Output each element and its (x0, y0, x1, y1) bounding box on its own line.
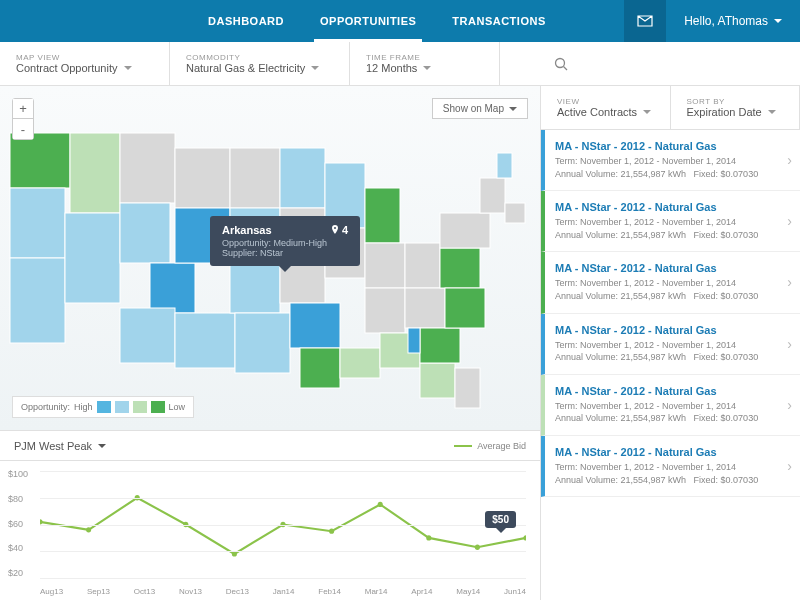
contract-card[interactable]: MA - NStar - 2012 - Natural Gas Term: No… (541, 191, 800, 252)
svg-rect-18 (280, 148, 325, 208)
contract-card[interactable]: MA - NStar - 2012 - Natural Gas Term: No… (541, 314, 800, 375)
svg-rect-16 (230, 263, 280, 313)
zoom-controls: + - (12, 98, 34, 140)
chart-plot (40, 471, 526, 578)
show-on-map-select[interactable]: Show on Map (432, 98, 528, 119)
svg-rect-25 (340, 348, 380, 378)
legend-swatch (115, 401, 129, 413)
contract-term: Term: November 1, 2012 - November 1, 201… (555, 277, 776, 290)
nav-transactions[interactable]: TRANSACTIONS (434, 0, 563, 42)
chevron-right-icon: › (787, 336, 792, 352)
contract-card[interactable]: MA - NStar - 2012 - Natural Gas Term: No… (541, 252, 800, 313)
timeframe-label: TIME FRAME (366, 53, 483, 62)
x-axis: Aug13Sep13Oct13Nov13Dec13Jan14Feb14Mar14… (40, 587, 526, 596)
nav-dashboard[interactable]: DASHBOARD (190, 0, 302, 42)
svg-rect-17 (235, 313, 290, 373)
y-axis: $100$80$60$40$20 (8, 469, 28, 578)
commodity-select[interactable]: Natural Gas & Electricity (186, 62, 333, 74)
map-view-select[interactable]: Contract Opportunity (16, 62, 153, 74)
contract-title: MA - NStar - 2012 - Natural Gas (555, 140, 776, 152)
svg-rect-3 (10, 188, 65, 258)
sort-select[interactable]: Expiration Date (687, 106, 784, 118)
svg-rect-32 (420, 363, 455, 398)
view-label: VIEW (557, 97, 654, 106)
svg-line-1 (564, 66, 568, 70)
chevron-down-icon (509, 107, 517, 111)
view-select[interactable]: Active Contracts (557, 106, 654, 118)
svg-rect-38 (480, 178, 505, 213)
chevron-right-icon: › (787, 213, 792, 229)
user-menu[interactable]: Hello, AThomas (666, 14, 800, 28)
legend-swatch (133, 401, 147, 413)
svg-point-0 (556, 58, 565, 67)
svg-point-52 (523, 535, 526, 540)
chart-header: PJM West Peak Average Bid (0, 430, 540, 460)
svg-rect-30 (405, 243, 440, 288)
commodity-label: COMMODITY (186, 53, 333, 62)
svg-rect-37 (440, 213, 490, 248)
map-legend: Opportunity: High Low (12, 396, 194, 418)
zoom-out-button[interactable]: - (13, 119, 33, 139)
timeframe-select[interactable]: 12 Months (366, 62, 483, 74)
contract-title: MA - NStar - 2012 - Natural Gas (555, 446, 776, 458)
contract-volume: Annual Volume: 21,554,987 kWh Fixed: $0.… (555, 229, 776, 242)
legend-swatch (151, 401, 165, 413)
svg-point-43 (86, 527, 91, 532)
svg-rect-10 (120, 308, 175, 363)
contract-title: MA - NStar - 2012 - Natural Gas (555, 201, 776, 213)
filter-bar: MAP VIEW Contract Opportunity COMMODITY … (0, 42, 800, 86)
contract-card[interactable]: MA - NStar - 2012 - Natural Gas Term: No… (541, 130, 800, 191)
contract-card[interactable]: MA - NStar - 2012 - Natural Gas Term: No… (541, 375, 800, 436)
search-icon (554, 57, 568, 71)
contract-volume: Annual Volume: 21,554,987 kWh Fixed: $0.… (555, 474, 776, 487)
mail-icon (637, 15, 653, 27)
svg-rect-27 (365, 243, 405, 288)
tooltip-opportunity: Opportunity: Medium-High (222, 238, 348, 248)
contract-volume: Annual Volume: 21,554,987 kWh Fixed: $0.… (555, 351, 776, 364)
svg-rect-9 (150, 263, 195, 313)
svg-rect-8 (120, 203, 170, 263)
svg-rect-7 (120, 133, 175, 203)
svg-rect-26 (365, 188, 400, 243)
tooltip-count: 4 (342, 224, 348, 236)
chart-point-tooltip: $50 (485, 511, 516, 528)
chart-legend: Average Bid (454, 441, 526, 451)
chevron-right-icon: › (787, 397, 792, 413)
topbar: DASHBOARD OPPORTUNITIES TRANSACTIONS Hel… (0, 0, 800, 42)
contract-volume: Annual Volume: 21,554,987 kWh Fixed: $0.… (555, 412, 776, 425)
zoom-in-button[interactable]: + (13, 99, 33, 119)
search-input[interactable] (540, 42, 800, 85)
contract-term: Term: November 1, 2012 - November 1, 201… (555, 155, 776, 168)
svg-rect-11 (175, 148, 230, 208)
svg-rect-41 (455, 368, 480, 408)
svg-rect-39 (497, 153, 512, 178)
svg-rect-2 (10, 133, 70, 188)
right-filter-bar: VIEW Active Contracts SORT BY Expiration… (541, 86, 800, 130)
svg-rect-6 (65, 213, 120, 303)
contract-term: Term: November 1, 2012 - November 1, 201… (555, 461, 776, 474)
svg-point-50 (426, 535, 431, 540)
svg-rect-33 (420, 328, 460, 363)
svg-point-48 (329, 529, 334, 534)
chevron-down-icon (774, 19, 782, 23)
pin-icon (331, 225, 339, 235)
svg-rect-13 (175, 313, 235, 368)
svg-rect-21 (290, 303, 340, 348)
chart: $100$80$60$40$20 $50 Aug13Sep13Oct13Nov1… (0, 460, 540, 600)
svg-rect-28 (365, 288, 405, 333)
svg-rect-40 (505, 203, 525, 223)
contract-card[interactable]: MA - NStar - 2012 - Natural Gas Term: No… (541, 436, 800, 497)
contract-term: Term: November 1, 2012 - November 1, 201… (555, 216, 776, 229)
nav-opportunities[interactable]: OPPORTUNITIES (302, 0, 434, 42)
chart-title-select[interactable]: PJM West Peak (14, 440, 106, 452)
contract-title: MA - NStar - 2012 - Natural Gas (555, 385, 776, 397)
map-view[interactable]: + - Show on Map Arkansas 4 Opportunity: … (0, 86, 540, 430)
svg-rect-22 (300, 348, 340, 388)
chevron-right-icon: › (787, 274, 792, 290)
tooltip-supplier: Supplier: NStar (222, 248, 348, 258)
svg-rect-5 (70, 133, 120, 213)
map-view-label: MAP VIEW (16, 53, 153, 62)
contract-list[interactable]: MA - NStar - 2012 - Natural Gas Term: No… (541, 130, 800, 600)
mail-button[interactable] (624, 0, 666, 42)
sort-label: SORT BY (687, 97, 784, 106)
